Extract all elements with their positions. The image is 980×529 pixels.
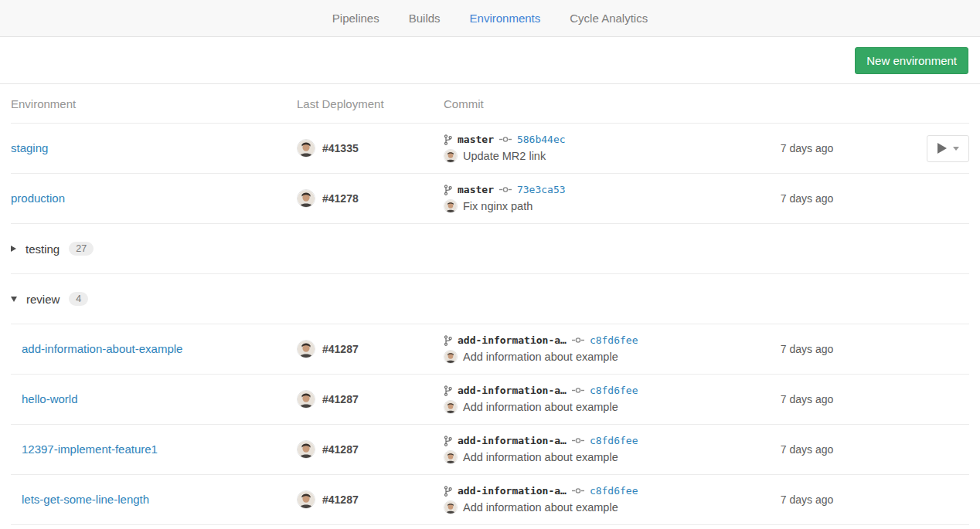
folder-toggle[interactable]: review 4	[11, 292, 969, 307]
deployed-time: 7 days ago	[761, 192, 853, 205]
deployer-avatar[interactable]	[297, 390, 315, 409]
git-commit-icon	[499, 186, 512, 193]
deployed-time: 7 days ago	[761, 142, 853, 154]
commit-author-avatar[interactable]	[444, 500, 458, 514]
environment-name-cell: lets-get-some-line-length	[11, 493, 297, 507]
environment-link[interactable]: add-information-about-example	[22, 342, 182, 355]
deployment-build-id[interactable]: #41287	[322, 493, 359, 506]
commit-sha-link[interactable]: c8fd6fee	[590, 485, 638, 497]
tab-builds[interactable]: Builds	[409, 0, 441, 37]
project-sub-nav: PipelinesBuildsEnvironmentsCycle Analyti…	[0, 0, 980, 37]
commit-sha-link[interactable]: c8fd6fee	[590, 334, 638, 346]
commit-sha-link[interactable]: 586b44ec	[517, 134, 566, 145]
environment-row: lets-get-some-line-length #41287	[11, 475, 969, 525]
branch-name[interactable]: add-information-a…	[458, 385, 567, 396]
environment-link[interactable]: hello-world	[22, 392, 78, 405]
branch-name[interactable]: master	[458, 134, 494, 145]
column-header-environment: Environment	[11, 97, 297, 110]
commit-sha-link[interactable]: c8fd6fee	[590, 435, 638, 446]
commit-cell: master 73e3ca53 Fix nginx pat	[444, 184, 761, 213]
git-branch-icon	[444, 436, 452, 446]
last-deployment-cell: #41287	[297, 490, 444, 509]
deployed-time: 7 days ago	[761, 343, 853, 355]
git-commit-icon	[572, 387, 584, 394]
new-environment-button[interactable]: New environment	[855, 47, 968, 74]
last-deployment-cell: #41287	[297, 440, 444, 459]
environment-row: staging #41335	[11, 124, 969, 174]
commit-author-avatar[interactable]	[444, 350, 458, 364]
tab-pipelines[interactable]: Pipelines	[332, 0, 379, 37]
environment-folder-row: testing 27	[11, 224, 969, 274]
actions-bar: New environment	[0, 37, 980, 84]
branch-name[interactable]: master	[458, 184, 494, 195]
environment-link[interactable]: lets-get-some-line-length	[22, 493, 149, 506]
git-branch-icon	[444, 134, 452, 145]
commit-message[interactable]: Add information about example	[463, 501, 618, 514]
caret-down-icon	[953, 147, 959, 151]
environment-folder-row: review 4	[11, 274, 969, 324]
branch-name[interactable]: add-information-a…	[458, 485, 567, 497]
git-commit-icon	[572, 437, 584, 444]
deployer-avatar[interactable]	[297, 440, 315, 459]
last-deployment-cell: #41335	[297, 139, 444, 158]
environment-row: add-information-about-example #41287	[11, 324, 969, 375]
commit-author-avatar[interactable]	[444, 450, 458, 464]
row-actions	[853, 336, 969, 363]
commit-author-avatar[interactable]	[444, 149, 458, 163]
branch-name[interactable]: add-information-a…	[458, 435, 567, 446]
environments-table-header: Environment Last Deployment Commit	[11, 84, 969, 124]
git-branch-icon	[444, 486, 452, 497]
commit-message[interactable]: Update MR2 link	[463, 150, 546, 162]
deployer-avatar[interactable]	[297, 340, 315, 358]
deployed-time: 7 days ago	[761, 493, 853, 506]
tab-environments[interactable]: Environments	[470, 0, 541, 37]
row-actions	[853, 386, 969, 413]
commit-cell: add-information-a… c8fd6fee A	[444, 385, 761, 414]
commit-message[interactable]: Add information about example	[463, 451, 618, 463]
commit-author-avatar[interactable]	[444, 400, 458, 414]
column-header-last-deployment: Last Deployment	[297, 97, 444, 110]
deployment-build-id[interactable]: #41335	[322, 142, 359, 154]
environment-link[interactable]: 12397-implement-feature1	[22, 443, 158, 456]
folder-toggle[interactable]: testing 27	[11, 242, 969, 256]
deployment-build-id[interactable]: #41278	[322, 192, 359, 205]
commit-message[interactable]: Fix nginx path	[463, 200, 533, 212]
column-header-commit: Commit	[444, 97, 761, 110]
folder-name: testing	[26, 242, 60, 256]
tab-cycle-analytics[interactable]: Cycle Analytics	[570, 0, 648, 37]
commit-message[interactable]: Add information about example	[463, 351, 618, 363]
environment-row: production #41278	[11, 174, 969, 224]
last-deployment-cell: #41278	[297, 189, 444, 208]
commit-message[interactable]: Add information about example	[463, 401, 618, 413]
git-commit-icon	[572, 337, 584, 344]
environment-row: hello-world #41287	[11, 375, 969, 425]
commit-author-avatar[interactable]	[444, 199, 458, 213]
deployed-time: 7 days ago	[761, 443, 853, 456]
environment-link[interactable]: production	[11, 192, 65, 205]
play-dropdown-button[interactable]	[927, 135, 969, 162]
commit-cell: add-information-a… c8fd6fee A	[444, 334, 761, 364]
folder-caret-icon	[11, 297, 17, 302]
environment-name-cell: 12397-implement-feature1	[11, 443, 297, 456]
row-actions	[853, 185, 969, 212]
deployer-avatar[interactable]	[297, 490, 315, 509]
deployer-avatar[interactable]	[297, 189, 315, 208]
environment-name-cell: production	[11, 192, 297, 205]
deployment-build-id[interactable]: #41287	[322, 343, 359, 355]
folder-count-badge: 27	[69, 242, 94, 256]
last-deployment-cell: #41287	[297, 340, 444, 358]
commit-sha-link[interactable]: 73e3ca53	[517, 184, 566, 195]
deployment-build-id[interactable]: #41287	[322, 443, 359, 456]
environment-row: 12397-implement-feature1 #41287	[11, 425, 969, 475]
deployer-avatar[interactable]	[297, 139, 315, 158]
commit-cell: master 586b44ec Update MR2 li	[444, 134, 761, 163]
commit-sha-link[interactable]: c8fd6fee	[590, 385, 638, 396]
commit-cell: add-information-a… c8fd6fee A	[444, 435, 761, 464]
folder-count-badge: 4	[69, 292, 88, 307]
commit-cell: add-information-a… c8fd6fee A	[444, 485, 761, 514]
git-branch-icon	[444, 335, 452, 346]
branch-name[interactable]: add-information-a…	[458, 334, 567, 346]
deployment-build-id[interactable]: #41287	[322, 393, 359, 405]
environment-link[interactable]: staging	[11, 141, 48, 154]
git-commit-icon	[572, 487, 584, 494]
